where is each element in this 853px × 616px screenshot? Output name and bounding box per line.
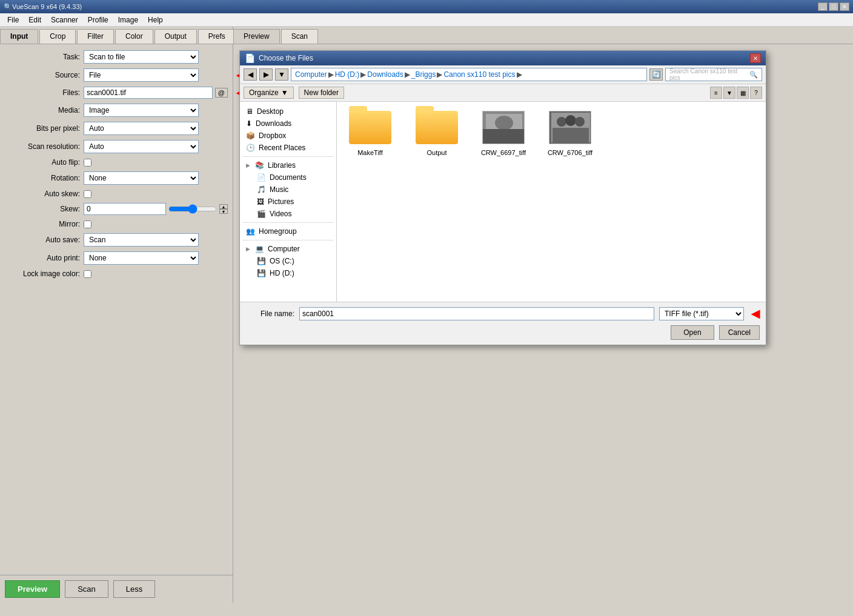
tab-crop[interactable]: Crop bbox=[39, 29, 76, 44]
view-details-button[interactable]: ▦ bbox=[737, 87, 749, 99]
search-icon: 🔍 bbox=[749, 71, 758, 79]
forward-button[interactable]: ▶ bbox=[259, 68, 273, 81]
menu-profile[interactable]: Profile bbox=[83, 15, 113, 25]
nav-videos[interactable]: 🎬 Videos bbox=[242, 208, 334, 220]
path-downloads[interactable]: Downloads bbox=[367, 70, 403, 79]
organize-chevron: ▼ bbox=[281, 88, 288, 97]
auto-save-select[interactable]: Scan bbox=[84, 233, 199, 247]
menu-scanner[interactable]: Scanner bbox=[46, 15, 83, 25]
svg-point-6 bbox=[557, 117, 566, 127]
nav-os-c[interactable]: 💾 OS (C:) bbox=[242, 255, 334, 267]
close-button[interactable]: ✕ bbox=[840, 2, 849, 11]
organize-button[interactable]: Organize ▼ bbox=[244, 87, 294, 99]
refresh-button[interactable]: 🔄 bbox=[649, 68, 663, 81]
mirror-row: Mirror: bbox=[5, 220, 228, 228]
crw6697-icon-area bbox=[479, 108, 528, 147]
nav-dropbox[interactable]: 📦 Dropbox bbox=[242, 130, 334, 142]
minimize-button[interactable]: _ bbox=[818, 2, 828, 11]
tab-input[interactable]: Input bbox=[0, 29, 38, 44]
skew-input[interactable] bbox=[84, 203, 166, 215]
skew-label: Skew: bbox=[5, 205, 84, 213]
path-briggs[interactable]: _Briggs bbox=[411, 70, 436, 79]
maximize-button[interactable]: □ bbox=[829, 2, 838, 11]
downloads-icon: ⬇ bbox=[246, 119, 252, 128]
tab-output[interactable]: Output bbox=[154, 29, 197, 44]
menu-edit[interactable]: Edit bbox=[24, 15, 46, 25]
files-at-button[interactable]: @ bbox=[215, 88, 228, 98]
tab-preview[interactable]: Preview bbox=[233, 29, 280, 44]
back-button[interactable]: ◀ bbox=[244, 68, 257, 81]
desktop-icon: 🖥 bbox=[246, 107, 253, 116]
view-help-button[interactable]: ? bbox=[750, 87, 762, 99]
address-path[interactable]: Computer ▶ HD (D:) ▶ Downloads ▶ _Briggs… bbox=[291, 68, 647, 81]
lock-color-checkbox[interactable] bbox=[84, 270, 91, 278]
auto-flip-checkbox[interactable] bbox=[84, 159, 91, 167]
view-dropdown-button[interactable]: ▼ bbox=[723, 87, 735, 99]
auto-flip-label: Auto flip: bbox=[5, 158, 84, 167]
file-item-crw6706[interactable]: CRW_6706_tiff bbox=[543, 108, 597, 156]
rotation-label: Rotation: bbox=[5, 174, 84, 182]
skew-slider[interactable] bbox=[168, 204, 217, 214]
dialog-close-button[interactable]: ✕ bbox=[750, 53, 761, 63]
auto-skew-checkbox[interactable] bbox=[84, 190, 91, 198]
file-item-crw6697[interactable]: CRW_6697_tiff bbox=[476, 108, 531, 156]
skew-up[interactable]: ▲ bbox=[219, 204, 228, 209]
tab-scan[interactable]: Scan bbox=[281, 29, 318, 44]
source-select[interactable]: File bbox=[84, 68, 199, 82]
up-button[interactable]: ▼ bbox=[275, 68, 288, 81]
view-list-button[interactable]: ≡ bbox=[710, 87, 722, 99]
mirror-checkbox[interactable] bbox=[84, 220, 91, 228]
file-item-maketiff[interactable]: MakeTiff bbox=[343, 108, 397, 156]
dialog-title-text: Choose the Files bbox=[259, 54, 750, 62]
skew-spinner[interactable]: ▲ ▼ bbox=[219, 204, 228, 214]
nav-downloads[interactable]: ⬇ Downloads bbox=[242, 118, 334, 130]
nav-hd-d[interactable]: 💾 HD (D:) bbox=[242, 267, 334, 279]
path-testpics[interactable]: Canon sx110 test pics bbox=[443, 70, 515, 79]
nav-hd-d-label: HD (D:) bbox=[270, 269, 294, 277]
filename-input[interactable] bbox=[299, 307, 654, 320]
path-hd[interactable]: HD (D:) bbox=[335, 70, 360, 79]
search-box[interactable]: Search Canon sx110 test pics 🔍 bbox=[665, 68, 762, 81]
lock-color-label: Lock image color: bbox=[5, 270, 84, 278]
search-placeholder: Search Canon sx110 test pics bbox=[669, 68, 747, 81]
menu-file[interactable]: File bbox=[2, 15, 24, 25]
title-bar-icon: 🔍 bbox=[4, 3, 12, 11]
nav-libraries[interactable]: ▶ 📚 Libraries bbox=[242, 159, 334, 171]
scan-button[interactable]: Scan bbox=[65, 580, 108, 598]
nav-recent-places[interactable]: 🕒 Recent Places bbox=[242, 142, 334, 154]
preview-area: 📄 Choose the Files ✕ ◀ ▶ ▼ Computer ▶ HD… bbox=[233, 44, 853, 603]
nav-desktop[interactable]: 🖥 Desktop bbox=[242, 105, 334, 118]
nav-libraries-label: Libraries bbox=[268, 161, 296, 170]
scan-res-select[interactable]: Auto bbox=[84, 140, 199, 153]
menu-help[interactable]: Help bbox=[143, 15, 168, 25]
auto-print-select[interactable]: None bbox=[84, 251, 199, 265]
new-folder-button[interactable]: New folder bbox=[299, 87, 344, 99]
preview-button[interactable]: Preview bbox=[5, 580, 60, 598]
form-area: Task: Scan to file Source: File ◀ bbox=[0, 44, 233, 575]
tab-prefs[interactable]: Prefs bbox=[198, 29, 236, 44]
skew-row: Skew: ▲ ▼ bbox=[5, 203, 228, 215]
file-item-output[interactable]: Output bbox=[410, 108, 464, 156]
crw6706-svg bbox=[549, 111, 591, 144]
task-select[interactable]: Scan to file bbox=[84, 50, 199, 64]
cancel-button[interactable]: Cancel bbox=[719, 325, 760, 340]
nav-music[interactable]: 🎵 Music bbox=[242, 184, 334, 196]
media-select[interactable]: Image bbox=[84, 104, 199, 117]
path-computer[interactable]: Computer bbox=[295, 70, 327, 79]
nav-documents[interactable]: 📄 Documents bbox=[242, 171, 334, 184]
less-button[interactable]: Less bbox=[113, 580, 155, 598]
open-button[interactable]: Open bbox=[671, 325, 714, 340]
filetype-select[interactable]: TIFF file (*.tif) bbox=[659, 307, 744, 320]
files-input[interactable] bbox=[84, 87, 213, 99]
tab-filter[interactable]: Filter bbox=[77, 29, 114, 44]
menu-image[interactable]: Image bbox=[113, 15, 143, 25]
tab-color[interactable]: Color bbox=[115, 29, 153, 44]
rotation-select[interactable]: None bbox=[84, 171, 199, 185]
nav-computer-label: Computer bbox=[268, 245, 300, 253]
bits-select[interactable]: Auto bbox=[84, 122, 199, 135]
nav-pictures[interactable]: 🖼 Pictures bbox=[242, 196, 334, 208]
right-tab-bar: Preview Scan bbox=[233, 27, 853, 44]
nav-computer[interactable]: ▶ 💻 Computer bbox=[242, 243, 334, 255]
skew-down[interactable]: ▼ bbox=[219, 209, 228, 214]
nav-homegroup[interactable]: 👥 Homegroup bbox=[242, 225, 334, 237]
